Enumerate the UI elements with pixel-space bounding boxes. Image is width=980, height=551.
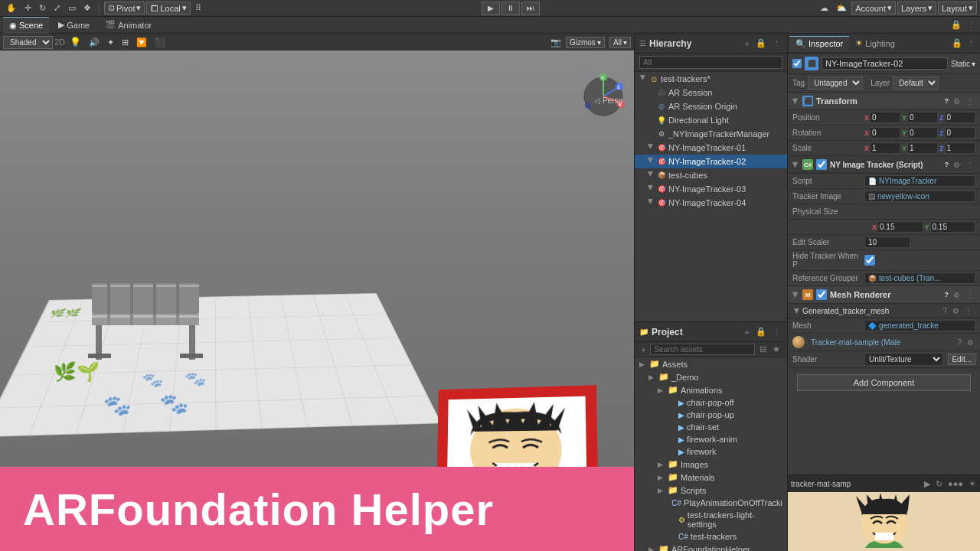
hand-tool-button[interactable]: ✋ <box>3 2 20 14</box>
scale-x-input[interactable] <box>870 142 900 154</box>
project-menu-btn[interactable]: ⋮ <box>771 326 782 337</box>
cloud-button[interactable]: ⛅ <box>833 2 850 14</box>
object-active-checkbox[interactable] <box>792 59 802 68</box>
grid-tool-button[interactable]: ⠿ <box>192 2 204 14</box>
inspector-lock-btn[interactable]: 🔒 <box>950 37 964 49</box>
project-file-firework-anim[interactable]: ▶ firework-anim <box>635 433 787 445</box>
gizmos-dropdown[interactable]: Gizmos ▾ <box>566 37 605 48</box>
project-folder-scripts[interactable]: ▶ 📁 Scripts <box>635 484 787 497</box>
project-folder-animations[interactable]: ▶ 📁 Animations <box>635 383 787 396</box>
project-file-play-anim[interactable]: C# PlayAnimationOnOffTracki <box>635 497 787 509</box>
rotation-x-input[interactable] <box>870 127 900 139</box>
hierarchy-item-tracker-manager[interactable]: ⚙ _NYImageTrackerManager <box>635 127 787 141</box>
project-add-folder-btn[interactable]: + <box>639 344 647 355</box>
project-folder-assets[interactable]: ▶ 📁 Assets <box>635 357 787 370</box>
scene-view[interactable]: Shaded 2D 💡 🔊 ✦ ⊞ 🔽 ⬛ 📷 Gizmos ▾ All ▾ <box>0 34 634 551</box>
rotate-tool-button[interactable]: ↻ <box>36 2 49 14</box>
script-gear-btn[interactable]: ⚙ <box>952 161 962 169</box>
position-z-input[interactable] <box>945 112 976 123</box>
avatar-sun-btn[interactable]: ☀ <box>967 478 978 490</box>
shaded-dropdown[interactable]: Shaded <box>3 36 53 49</box>
transform-dots-btn[interactable]: ⋮ <box>965 97 975 106</box>
step-button[interactable]: ⏭ <box>521 2 540 15</box>
edit-shader-btn[interactable]: Edit... <box>948 354 975 365</box>
mesh-renderer-checkbox[interactable] <box>816 289 827 300</box>
shader-dropdown[interactable]: Unlit/Texture <box>864 353 943 366</box>
avatar-dots-btn[interactable]: ●●● <box>946 478 965 490</box>
static-dropdown[interactable]: Static ▾ <box>951 60 975 68</box>
transform-tool-button[interactable]: ❖ <box>80 2 94 14</box>
scene-grid-btn[interactable]: ⊞ <box>119 37 132 48</box>
gen-mesh-gear-btn[interactable]: ⚙ <box>951 307 961 315</box>
mesh-renderer-header[interactable]: ▶ M Mesh Renderer ? ⚙ ⋮ <box>788 286 980 304</box>
audio-toggle-btn[interactable]: 🔊 <box>86 37 103 48</box>
script-section-checkbox[interactable] <box>816 159 827 170</box>
inspector-menu-btn[interactable]: ⋮ <box>965 37 977 49</box>
tag-dropdown[interactable]: Untagged <box>808 77 863 90</box>
scale-z-input[interactable] <box>945 142 976 154</box>
rect-tool-button[interactable]: ▭ <box>65 2 79 14</box>
mat-gear-btn[interactable]: ⚙ <box>965 338 975 347</box>
layers-dropdown[interactable]: Layers ▾ <box>897 2 936 15</box>
position-y-input[interactable] <box>907 112 938 123</box>
layout-dropdown[interactable]: Layout ▾ <box>938 2 977 15</box>
hierarchy-menu-btn[interactable]: ⋮ <box>771 37 782 49</box>
transform-gear-btn[interactable]: ⚙ <box>952 97 962 106</box>
effects-toggle-btn[interactable]: ✦ <box>104 37 117 48</box>
collab-button[interactable]: ☁ <box>817 2 831 14</box>
tab-animator[interactable]: 🎬 Animator <box>99 17 158 34</box>
tab-lighting[interactable]: ☀ Lighting <box>849 36 901 51</box>
add-component-button[interactable]: Add Component <box>797 374 971 391</box>
account-dropdown[interactable]: Account ▾ <box>851 2 896 15</box>
lock-icon-btn[interactable]: 🔒 <box>949 19 963 31</box>
hierarchy-item-test-cubes[interactable]: ▶ 📦 test-cubes <box>635 168 787 182</box>
avatar-play-btn[interactable]: ▶ <box>923 478 932 490</box>
all-dropdown[interactable]: All ▾ <box>609 37 631 48</box>
menu-dots-btn[interactable]: ⋮ <box>965 19 977 31</box>
hierarchy-item-dir-light[interactable]: 💡 Directional Light <box>635 113 787 127</box>
project-file-chair-set[interactable]: ▶ chair-set <box>635 421 787 433</box>
move-tool-button[interactable]: ✛ <box>21 2 34 14</box>
object-name-field[interactable] <box>822 57 948 70</box>
script-section-header[interactable]: ▶ C# NY Image Tracker (Script) ? ⚙ ⋮ <box>788 156 980 174</box>
project-folder-materials[interactable]: ▶ 📁 Materials <box>635 471 787 484</box>
project-lock-btn[interactable]: 🔒 <box>754 326 768 337</box>
project-add-btn[interactable]: + <box>743 326 751 337</box>
project-file-chair-pop-up[interactable]: ▶ chair-pop-up <box>635 409 787 421</box>
hierarchy-item-tracker-04[interactable]: ▶ 🎯 NY-ImageTracker-04 <box>635 196 787 210</box>
hierarchy-search-input[interactable] <box>639 56 782 69</box>
mat-help-btn[interactable]: ? <box>956 338 963 347</box>
avatar-loop-btn[interactable]: ↻ <box>934 478 944 490</box>
mesh-renderer-dots-btn[interactable]: ⋮ <box>965 291 975 299</box>
pivot-dropdown[interactable]: ⊙ Pivot ▾ <box>104 2 145 15</box>
rotation-y-input[interactable] <box>907 127 938 139</box>
project-search-input[interactable] <box>650 344 755 355</box>
gen-mesh-help-btn[interactable]: ? <box>941 307 949 315</box>
hierarchy-item-tracker-02[interactable]: ▶ 🎯 NY-ImageTracker-02 <box>635 155 787 168</box>
scene-extra-btn[interactable]: 🔽 <box>133 37 150 48</box>
hierarchy-scene-root[interactable]: ▶ ⊙ test-trackers* <box>635 72 787 86</box>
layer-dropdown[interactable]: Default <box>893 77 939 90</box>
gen-mesh-dots-btn[interactable]: ⋮ <box>963 307 974 315</box>
hierarchy-add-btn[interactable]: + <box>743 37 751 49</box>
play-button[interactable]: ▶ <box>482 2 500 15</box>
project-star-btn[interactable]: ★ <box>771 344 782 355</box>
pause-button[interactable]: ⏸ <box>501 2 520 15</box>
project-folder-arfoundation[interactable]: ▶ 📁 ARFoundationHelper <box>635 543 787 551</box>
project-file-light-settings[interactable]: ⚙ test-trackers-light-settings <box>635 509 787 530</box>
physical-x-input[interactable] <box>877 221 923 233</box>
rotation-z-input[interactable] <box>945 127 976 139</box>
project-folder-demo[interactable]: ▶ 📁 _Demo <box>635 370 787 383</box>
hierarchy-item-tracker-01[interactable]: ▶ 🎯 NY-ImageTracker-01 <box>635 141 787 155</box>
camera-icon-btn[interactable]: 📷 <box>547 37 564 48</box>
hierarchy-item-ar-session[interactable]: 🎥 AR Session <box>635 86 787 99</box>
project-file-test-trackers[interactable]: C# test-trackers <box>635 530 787 543</box>
hierarchy-item-ar-origin[interactable]: ◎ AR Session Origin <box>635 99 787 113</box>
scene-render-btn[interactable]: ⬛ <box>152 37 168 48</box>
hide-tracker-checkbox[interactable] <box>864 255 875 266</box>
hierarchy-lock-btn[interactable]: 🔒 <box>754 37 768 49</box>
edit-scaler-input[interactable] <box>864 236 910 248</box>
tab-scene[interactable]: ◉ Scene <box>3 17 49 34</box>
light-toggle-btn[interactable]: 💡 <box>67 36 84 48</box>
project-view-btn[interactable]: ⊟ <box>758 344 768 355</box>
